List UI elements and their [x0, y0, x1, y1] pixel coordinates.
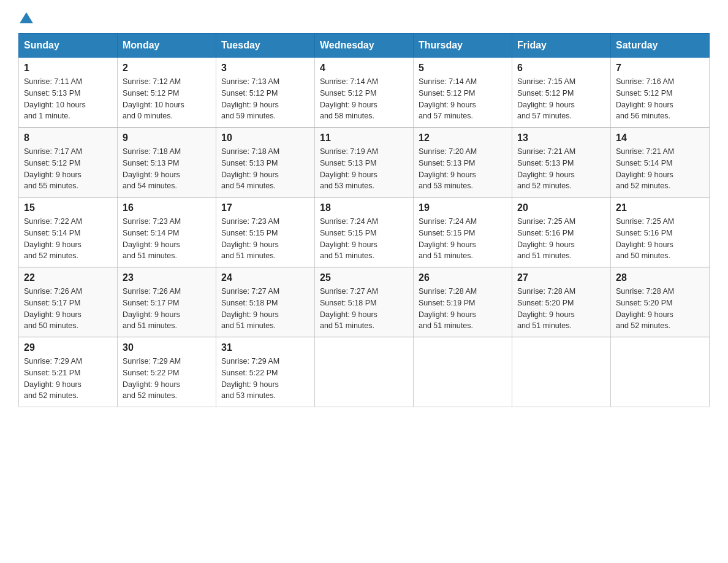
calendar-week-row: 8 Sunrise: 7:17 AMSunset: 5:12 PMDayligh…	[19, 128, 710, 197]
day-info: Sunrise: 7:28 AMSunset: 5:19 PMDaylight:…	[419, 286, 507, 332]
calendar-cell: 13 Sunrise: 7:21 AMSunset: 5:13 PMDaylig…	[512, 128, 611, 197]
day-info: Sunrise: 7:29 AMSunset: 5:21 PMDaylight:…	[24, 356, 112, 402]
calendar-week-row: 15 Sunrise: 7:22 AMSunset: 5:14 PMDaylig…	[19, 197, 710, 267]
calendar-cell: 9 Sunrise: 7:18 AMSunset: 5:13 PMDayligh…	[118, 128, 216, 197]
day-info: Sunrise: 7:25 AMSunset: 5:16 PMDaylight:…	[517, 216, 605, 262]
calendar-cell: 15 Sunrise: 7:22 AMSunset: 5:14 PMDaylig…	[19, 197, 118, 267]
day-number: 11	[320, 132, 408, 144]
calendar-cell	[315, 337, 414, 407]
day-number: 22	[24, 272, 112, 283]
calendar-header-row: SundayMondayTuesdayWednesdayThursdayFrid…	[19, 34, 710, 58]
calendar-table: SundayMondayTuesdayWednesdayThursdayFrid…	[18, 33, 710, 407]
calendar-day-header: Wednesday	[315, 34, 414, 58]
calendar-cell: 14 Sunrise: 7:21 AMSunset: 5:14 PMDaylig…	[611, 128, 710, 197]
day-number: 29	[24, 342, 112, 353]
calendar-cell: 7 Sunrise: 7:16 AMSunset: 5:12 PMDayligh…	[611, 58, 710, 128]
calendar-cell: 30 Sunrise: 7:29 AMSunset: 5:22 PMDaylig…	[118, 337, 216, 407]
day-info: Sunrise: 7:22 AMSunset: 5:14 PMDaylight:…	[24, 216, 112, 262]
calendar-cell: 29 Sunrise: 7:29 AMSunset: 5:21 PMDaylig…	[19, 337, 118, 407]
day-number: 27	[517, 272, 605, 283]
calendar-cell: 1 Sunrise: 7:11 AMSunset: 5:13 PMDayligh…	[19, 58, 118, 128]
calendar-cell: 11 Sunrise: 7:19 AMSunset: 5:13 PMDaylig…	[315, 128, 414, 197]
day-number: 20	[517, 202, 605, 213]
day-number: 12	[419, 132, 507, 144]
day-number: 23	[123, 272, 211, 283]
calendar-cell	[512, 337, 611, 407]
day-info: Sunrise: 7:23 AMSunset: 5:14 PMDaylight:…	[123, 216, 211, 262]
day-number: 26	[419, 272, 507, 283]
day-info: Sunrise: 7:24 AMSunset: 5:15 PMDaylight:…	[419, 216, 507, 262]
calendar-cell: 17 Sunrise: 7:23 AMSunset: 5:15 PMDaylig…	[216, 197, 315, 267]
calendar-cell: 12 Sunrise: 7:20 AMSunset: 5:13 PMDaylig…	[414, 128, 512, 197]
calendar-cell: 21 Sunrise: 7:25 AMSunset: 5:16 PMDaylig…	[611, 197, 710, 267]
day-info: Sunrise: 7:14 AMSunset: 5:12 PMDaylight:…	[419, 76, 507, 122]
day-number: 18	[320, 202, 408, 213]
day-info: Sunrise: 7:26 AMSunset: 5:17 PMDaylight:…	[24, 286, 112, 332]
page-header	[18, 12, 710, 21]
calendar-week-row: 29 Sunrise: 7:29 AMSunset: 5:21 PMDaylig…	[19, 337, 710, 407]
day-info: Sunrise: 7:28 AMSunset: 5:20 PMDaylight:…	[517, 286, 605, 332]
day-info: Sunrise: 7:11 AMSunset: 5:13 PMDaylight:…	[24, 76, 112, 122]
day-number: 28	[616, 272, 704, 283]
day-info: Sunrise: 7:20 AMSunset: 5:13 PMDaylight:…	[419, 146, 507, 192]
day-number: 21	[616, 202, 704, 213]
calendar-cell: 19 Sunrise: 7:24 AMSunset: 5:15 PMDaylig…	[414, 197, 512, 267]
calendar-cell: 2 Sunrise: 7:12 AMSunset: 5:12 PMDayligh…	[118, 58, 216, 128]
day-info: Sunrise: 7:16 AMSunset: 5:12 PMDaylight:…	[616, 76, 704, 122]
day-info: Sunrise: 7:29 AMSunset: 5:22 PMDaylight:…	[221, 356, 309, 402]
day-info: Sunrise: 7:21 AMSunset: 5:13 PMDaylight:…	[517, 146, 605, 192]
calendar-cell: 26 Sunrise: 7:28 AMSunset: 5:19 PMDaylig…	[414, 267, 512, 337]
calendar-cell: 20 Sunrise: 7:25 AMSunset: 5:16 PMDaylig…	[512, 197, 611, 267]
day-info: Sunrise: 7:28 AMSunset: 5:20 PMDaylight:…	[616, 286, 704, 332]
day-info: Sunrise: 7:26 AMSunset: 5:17 PMDaylight:…	[123, 286, 211, 332]
calendar-cell: 4 Sunrise: 7:14 AMSunset: 5:12 PMDayligh…	[315, 58, 414, 128]
calendar-day-header: Sunday	[19, 34, 118, 58]
calendar-week-row: 22 Sunrise: 7:26 AMSunset: 5:17 PMDaylig…	[19, 267, 710, 337]
calendar-cell: 10 Sunrise: 7:18 AMSunset: 5:13 PMDaylig…	[216, 128, 315, 197]
logo	[18, 12, 33, 21]
day-info: Sunrise: 7:18 AMSunset: 5:13 PMDaylight:…	[221, 146, 309, 192]
logo-triangle-icon	[20, 11, 33, 25]
calendar-week-row: 1 Sunrise: 7:11 AMSunset: 5:13 PMDayligh…	[19, 58, 710, 128]
day-info: Sunrise: 7:23 AMSunset: 5:15 PMDaylight:…	[221, 216, 309, 262]
day-info: Sunrise: 7:15 AMSunset: 5:12 PMDaylight:…	[517, 76, 605, 122]
day-number: 15	[24, 202, 112, 213]
calendar-cell: 6 Sunrise: 7:15 AMSunset: 5:12 PMDayligh…	[512, 58, 611, 128]
day-number: 3	[221, 63, 309, 74]
calendar-day-header: Saturday	[611, 34, 710, 58]
calendar-cell: 16 Sunrise: 7:23 AMSunset: 5:14 PMDaylig…	[118, 197, 216, 267]
calendar-cell: 3 Sunrise: 7:13 AMSunset: 5:12 PMDayligh…	[216, 58, 315, 128]
calendar-cell	[414, 337, 512, 407]
day-number: 14	[616, 132, 704, 144]
day-info: Sunrise: 7:18 AMSunset: 5:13 PMDaylight:…	[123, 146, 211, 192]
day-number: 25	[320, 272, 408, 283]
calendar-cell: 28 Sunrise: 7:28 AMSunset: 5:20 PMDaylig…	[611, 267, 710, 337]
calendar-cell: 23 Sunrise: 7:26 AMSunset: 5:17 PMDaylig…	[118, 267, 216, 337]
calendar-day-header: Monday	[118, 34, 216, 58]
day-number: 9	[123, 132, 211, 144]
calendar-day-header: Thursday	[414, 34, 512, 58]
day-number: 10	[221, 132, 309, 144]
day-info: Sunrise: 7:27 AMSunset: 5:18 PMDaylight:…	[221, 286, 309, 332]
calendar-day-header: Tuesday	[216, 34, 315, 58]
day-number: 5	[419, 63, 507, 74]
day-info: Sunrise: 7:17 AMSunset: 5:12 PMDaylight:…	[24, 146, 112, 192]
calendar-cell: 31 Sunrise: 7:29 AMSunset: 5:22 PMDaylig…	[216, 337, 315, 407]
day-number: 13	[517, 132, 605, 144]
calendar-cell: 24 Sunrise: 7:27 AMSunset: 5:18 PMDaylig…	[216, 267, 315, 337]
calendar-cell: 8 Sunrise: 7:17 AMSunset: 5:12 PMDayligh…	[19, 128, 118, 197]
day-number: 8	[24, 132, 112, 144]
day-info: Sunrise: 7:14 AMSunset: 5:12 PMDaylight:…	[320, 76, 408, 122]
day-number: 31	[221, 342, 309, 353]
day-number: 4	[320, 63, 408, 74]
day-info: Sunrise: 7:29 AMSunset: 5:22 PMDaylight:…	[123, 356, 211, 402]
day-info: Sunrise: 7:12 AMSunset: 5:12 PMDaylight:…	[123, 76, 211, 122]
day-number: 1	[24, 63, 112, 74]
day-info: Sunrise: 7:13 AMSunset: 5:12 PMDaylight:…	[221, 76, 309, 122]
svg-marker-0	[20, 12, 33, 23]
day-info: Sunrise: 7:25 AMSunset: 5:16 PMDaylight:…	[616, 216, 704, 262]
day-number: 30	[123, 342, 211, 353]
calendar-cell: 18 Sunrise: 7:24 AMSunset: 5:15 PMDaylig…	[315, 197, 414, 267]
day-info: Sunrise: 7:24 AMSunset: 5:15 PMDaylight:…	[320, 216, 408, 262]
day-number: 24	[221, 272, 309, 283]
